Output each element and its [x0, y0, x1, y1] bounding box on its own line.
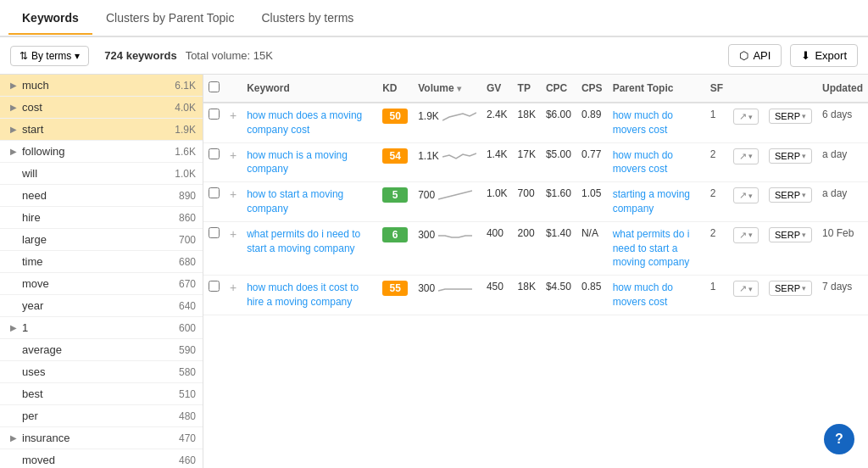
gv-cell: 2.4K [481, 103, 513, 142]
sparkline-chart [442, 109, 476, 124]
trend-dropdown-icon: ▾ [748, 192, 753, 200]
tab-keywords[interactable]: Keywords [8, 3, 92, 35]
gv-cell: 1.4K [481, 142, 513, 182]
sidebar-keyword-label: start [22, 123, 175, 136]
select-all-checkbox[interactable] [209, 81, 220, 92]
sidebar-count-label: 700 [179, 234, 196, 246]
api-button[interactable]: ⬡ API [728, 44, 782, 67]
sf-cell: 1 [705, 103, 728, 142]
help-button[interactable]: ? [824, 424, 854, 454]
trend-button[interactable]: ↗▾ [733, 187, 759, 203]
sparkline-chart [442, 148, 476, 164]
sidebar-keyword-label: 1 [22, 321, 179, 334]
row-checkbox[interactable] [209, 187, 220, 198]
sidebar-item[interactable]: move670 [0, 273, 203, 295]
serp-button[interactable]: SERP▾ [769, 227, 812, 242]
parent-topic-link[interactable]: how much do movers cost [613, 109, 673, 136]
sort-dropdown-icon: ▾ [75, 50, 80, 62]
add-keyword-btn[interactable]: + [225, 103, 242, 142]
tab-clusters-terms[interactable]: Clusters by terms [248, 3, 367, 35]
cpc-cell: $5.00 [541, 142, 576, 182]
sidebar-keyword-label: uses [22, 365, 179, 378]
serp-dropdown-icon: ▾ [802, 231, 806, 239]
trend-button[interactable]: ↗▾ [733, 148, 759, 164]
sidebar-item[interactable]: time680 [0, 251, 203, 273]
keyword-link[interactable]: how much is a moving company [247, 149, 348, 176]
sidebar-item[interactable]: ▶following1.6K [0, 141, 203, 163]
table-header-row: Keyword KD Volume ▾ GV TP CPC CPS Parent [203, 75, 868, 103]
sidebar-keyword-label: moved [22, 454, 179, 466]
sparkline-chart [438, 281, 472, 296]
sidebar-arrow-icon: ▶ [10, 81, 19, 90]
volume-info: Total volume: 15K [186, 49, 273, 62]
tp-cell: 200 [513, 221, 541, 275]
parent-topic-link[interactable]: how much do movers cost [613, 281, 673, 308]
sidebar-item[interactable]: large700 [0, 229, 203, 251]
sidebar-item[interactable]: best510 [0, 383, 203, 405]
volume-sort-icon: ▾ [457, 84, 461, 93]
keyword-link[interactable]: how much does it cost to hire a moving c… [247, 281, 359, 308]
sidebar-item[interactable]: average590 [0, 339, 203, 361]
add-keyword-btn[interactable]: + [225, 276, 242, 315]
sidebar-count-label: 640 [179, 300, 196, 312]
trend-button[interactable]: ↗▾ [733, 281, 759, 297]
content-area: ▶much6.1K▶cost4.0K▶start1.9K▶following1.… [0, 75, 868, 468]
serp-button[interactable]: SERP▾ [769, 187, 812, 203]
add-keyword-btn[interactable]: + [225, 142, 242, 182]
sidebar-keyword-label: year [22, 299, 179, 312]
parent-topic-link[interactable]: starting a moving company [613, 188, 690, 214]
sidebar-item[interactable]: per480 [0, 405, 203, 427]
trend-icon: ↗ [739, 190, 747, 201]
sidebar-item[interactable]: uses580 [0, 361, 203, 383]
sidebar-count-label: 6.1K [175, 80, 196, 92]
sidebar-count-label: 4.0K [175, 102, 196, 114]
sf-cell: 2 [705, 221, 728, 275]
th-parent-topic: Parent Topic [608, 75, 705, 103]
keyword-link[interactable]: how to start a moving company [247, 188, 343, 214]
sidebar-keyword-label: average [22, 343, 179, 356]
row-checkbox[interactable] [209, 148, 220, 159]
cps-cell: 0.77 [576, 142, 608, 182]
th-volume[interactable]: Volume ▾ [413, 75, 481, 103]
export-button[interactable]: ⬇ Export [790, 44, 858, 67]
serp-button[interactable]: SERP▾ [769, 109, 812, 124]
sidebar-item[interactable]: will1.0K [0, 163, 203, 185]
sf-cell: 2 [705, 142, 728, 182]
row-checkbox[interactable] [209, 109, 220, 120]
serp-button[interactable]: SERP▾ [769, 148, 812, 164]
sidebar-item[interactable]: ▶insurance470 [0, 427, 203, 449]
parent-topic-link[interactable]: how much do movers cost [613, 149, 673, 176]
sidebar-item[interactable]: hire860 [0, 207, 203, 229]
th-checkbox [203, 75, 225, 103]
add-keyword-btn[interactable]: + [225, 221, 242, 275]
trend-dropdown-icon: ▾ [748, 113, 753, 121]
serp-label: SERP [775, 190, 800, 200]
sidebar-item[interactable]: ▶start1.9K [0, 119, 203, 141]
row-checkbox[interactable] [209, 227, 220, 238]
sort-button[interactable]: ⇅ By terms ▾ [10, 46, 89, 66]
sidebar-item[interactable]: moved460 [0, 449, 203, 468]
sidebar-item[interactable]: ▶much6.1K [0, 75, 203, 97]
sidebar-item[interactable]: ▶1600 [0, 317, 203, 339]
keyword-link[interactable]: how much does a moving company cost [247, 109, 362, 136]
th-kd: KD [377, 75, 413, 103]
cpc-cell: $6.00 [541, 103, 576, 142]
cps-cell: 1.05 [576, 182, 608, 222]
tab-clusters-parent[interactable]: Clusters by Parent Topic [92, 3, 248, 35]
sidebar-keyword-label: need [22, 189, 179, 202]
volume-cell: 700 [413, 182, 481, 222]
sidebar-item[interactable]: year640 [0, 295, 203, 317]
volume-value: 700 [418, 189, 435, 201]
sidebar-keyword-label: much [22, 79, 175, 92]
trend-button[interactable]: ↗▾ [733, 227, 759, 243]
cpc-cell: $1.40 [541, 221, 576, 275]
sidebar-item[interactable]: need890 [0, 185, 203, 207]
sidebar-count-label: 470 [179, 432, 196, 444]
keyword-link[interactable]: what permits do i need to start a moving… [247, 228, 360, 254]
sidebar-item[interactable]: ▶cost4.0K [0, 97, 203, 119]
add-keyword-btn[interactable]: + [225, 182, 242, 222]
trend-button[interactable]: ↗▾ [733, 109, 759, 125]
parent-topic-link[interactable]: what permits do i need to start a moving… [613, 228, 690, 269]
row-checkbox[interactable] [209, 281, 220, 292]
serp-button[interactable]: SERP▾ [769, 281, 812, 296]
